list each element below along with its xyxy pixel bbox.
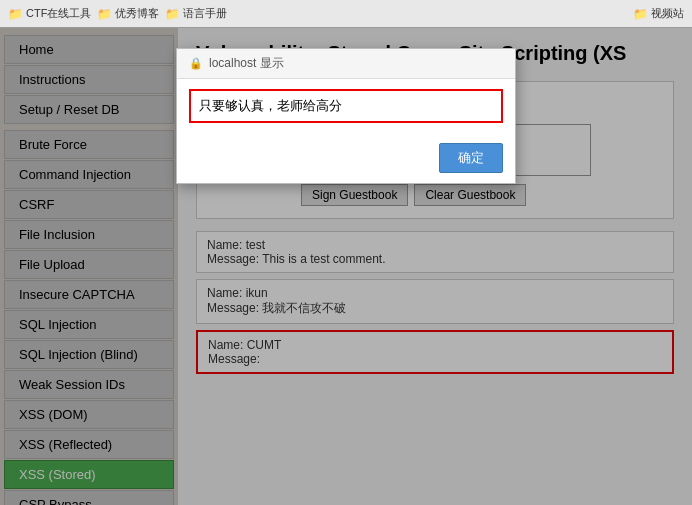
bookmark-blog[interactable]: 📁 优秀博客 [97,6,159,21]
bookmark-icon-video: 📁 [633,7,648,21]
bookmark-video[interactable]: 📁 视频站 [633,6,684,21]
bookmark-ctf[interactable]: 📁 CTF在线工具 [8,6,91,21]
bookmark-manual[interactable]: 📁 语言手册 [165,6,227,21]
dialog-confirm-button[interactable]: 确定 [439,143,503,173]
main-layout: Home Instructions Setup / Reset DB Brute… [0,28,692,505]
bookmark-icon-manual: 📁 [165,7,180,21]
alert-dialog: 🔒 localhost 显示 只要够认真，老师给高分 确定 [176,48,516,184]
bookmark-icon-ctf: 📁 [8,7,23,21]
dialog-footer: 确定 [177,143,515,183]
dialog-overlay: 🔒 localhost 显示 只要够认真，老师给高分 确定 [0,28,692,505]
lock-icon: 🔒 [189,57,203,70]
dialog-message: 只要够认真，老师给高分 [189,89,503,123]
dialog-header-text: localhost 显示 [209,55,284,72]
dialog-body: 只要够认真，老师给高分 [177,79,515,143]
bookmark-icon-blog: 📁 [97,7,112,21]
dialog-header: 🔒 localhost 显示 [177,49,515,79]
browser-toolbar: 📁 CTF在线工具 📁 优秀博客 📁 语言手册 📁 视频站 [0,0,692,28]
